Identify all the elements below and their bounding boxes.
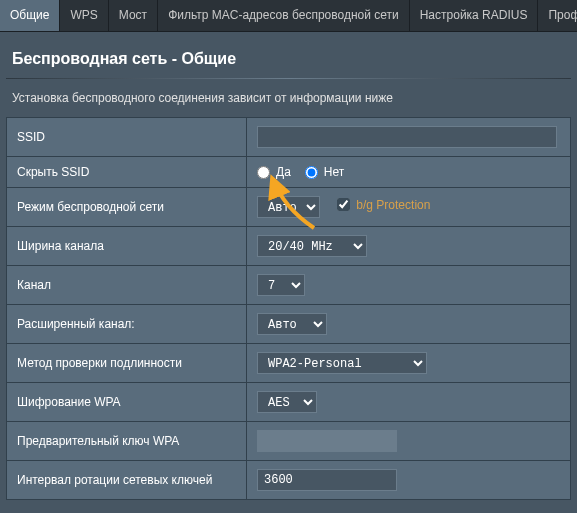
tab-bridge[interactable]: Мост	[109, 0, 158, 31]
tab-professional[interactable]: Профе	[538, 0, 577, 31]
tab-mac-filter[interactable]: Фильтр MAC-адресов беспроводной сети	[158, 0, 410, 31]
wpa-psk-input[interactable]	[257, 430, 397, 452]
page-title: Беспроводная сеть - Общие	[0, 32, 577, 78]
rekey-interval-label: Интервал ротации сетевых ключей	[7, 461, 247, 500]
hide-ssid-label: Скрыть SSID	[7, 157, 247, 188]
channel-width-select[interactable]: 20/40 MHz	[257, 235, 367, 257]
bg-protection-checkbox[interactable]	[337, 198, 350, 211]
wpa-encryption-select[interactable]: AES	[257, 391, 317, 413]
tab-radius[interactable]: Настройка RADIUS	[410, 0, 539, 31]
ext-channel-label: Расширенный канал:	[7, 305, 247, 344]
tab-bar: Общие WPS Мост Фильтр MAC-адресов беспро…	[0, 0, 577, 32]
auth-method-select[interactable]: WPA2-Personal	[257, 352, 427, 374]
annotation-arrow-icon	[264, 168, 334, 238]
bg-protection-label: b/g Protection	[356, 198, 430, 212]
ext-channel-select[interactable]: Авто	[257, 313, 327, 335]
channel-label: Канал	[7, 266, 247, 305]
channel-select[interactable]: 7	[257, 274, 305, 296]
page-description: Установка беспроводного соединения завис…	[0, 91, 577, 117]
channel-width-label: Ширина канала	[7, 227, 247, 266]
ssid-label: SSID	[7, 118, 247, 157]
wpa-encryption-label: Шифрование WPA	[7, 383, 247, 422]
wpa-psk-label: Предварительный ключ WPA	[7, 422, 247, 461]
auth-method-label: Метод проверки подлинности	[7, 344, 247, 383]
rekey-interval-input[interactable]	[257, 469, 397, 491]
divider	[6, 78, 571, 79]
tab-general[interactable]: Общие	[0, 0, 60, 31]
wireless-mode-label: Режим беспроводной сети	[7, 188, 247, 227]
tab-wps[interactable]: WPS	[60, 0, 108, 31]
ssid-input[interactable]	[257, 126, 557, 148]
